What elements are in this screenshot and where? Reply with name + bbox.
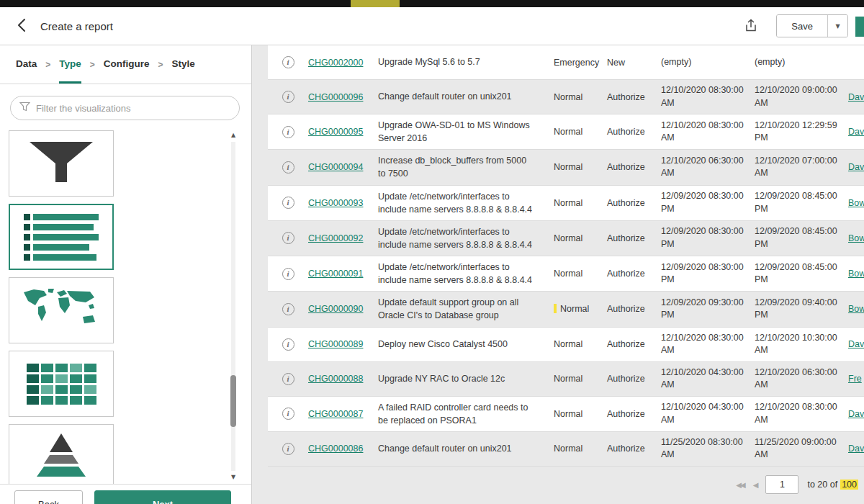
record-number-cell: CHG0000087	[308, 409, 369, 419]
header-actions: Save ▼	[744, 14, 848, 37]
viz-option-heatmap[interactable]	[9, 351, 114, 417]
assignee-link[interactable]: Fre	[848, 374, 862, 384]
scroll-down-icon[interactable]: ▼	[230, 474, 237, 481]
record-number-link[interactable]: CHG0000092	[308, 233, 363, 243]
record-number-link[interactable]: CHG0000086	[308, 444, 363, 454]
info-cell: i	[268, 443, 308, 455]
info-icon[interactable]: i	[282, 408, 294, 420]
record-number-link[interactable]: CHG0000089	[308, 339, 363, 349]
scroll-up-icon[interactable]: ▲	[230, 132, 237, 139]
step-style[interactable]: Style	[172, 45, 195, 84]
info-icon[interactable]: i	[282, 268, 294, 280]
wizard-footer: Back Next	[0, 484, 251, 504]
info-icon[interactable]: i	[282, 91, 294, 103]
record-number-link[interactable]: CHG0000087	[308, 409, 363, 419]
end-date-cell: 12/10/2020 06:30:00 AM	[755, 366, 848, 392]
assignee-link[interactable]: Dav	[848, 409, 864, 419]
info-cell: i	[268, 197, 308, 209]
visualization-scrollbar[interactable]: ▲ ▼	[230, 132, 237, 481]
filter-funnel-icon	[19, 102, 30, 114]
assignee-link[interactable]: Bow	[848, 304, 864, 314]
info-icon[interactable]: i	[282, 338, 294, 351]
record-number-link[interactable]: CHG0000095	[308, 127, 363, 137]
header-edge-button[interactable]	[855, 17, 864, 37]
priority-cell: Normal	[544, 233, 607, 243]
table-row: i CHG0002000 Upgrade MySql 5.6 to 5.7 Em…	[268, 45, 864, 80]
step-configure[interactable]: Configure	[104, 45, 150, 84]
save-button[interactable]: Save	[777, 15, 827, 37]
end-date-cell: 12/09/2020 08:45:00 PM	[755, 225, 848, 251]
info-cell: i	[268, 268, 308, 280]
assignee-cell: Bow	[848, 304, 864, 314]
records-table: i CHG0002000 Upgrade MySql 5.6 to 5.7 Em…	[268, 45, 864, 467]
viz-option-funnel[interactable]	[9, 130, 114, 197]
record-number-link[interactable]: CHG0000093	[308, 198, 363, 208]
record-number-link[interactable]: CHG0000090	[308, 304, 363, 314]
record-number-link[interactable]: CHG0000094	[308, 162, 363, 172]
info-icon[interactable]: i	[282, 443, 294, 455]
filter-input[interactable]	[36, 103, 230, 114]
step-separator-icon: >	[158, 45, 163, 84]
assignee-link[interactable]: Dav	[848, 127, 864, 137]
info-icon[interactable]: i	[282, 303, 294, 315]
info-icon[interactable]: i	[282, 126, 294, 138]
info-icon[interactable]: i	[282, 197, 294, 209]
short-description-cell: Upgrade OWA-SD-01 to MS Windows Server 2…	[369, 114, 544, 149]
assignee-link[interactable]: Dav	[848, 339, 864, 349]
table-row: i CHG0000087 A failed RAID controller ca…	[268, 397, 864, 432]
table-row: i CHG0000089 Deploy new Cisco Catalyst 4…	[268, 328, 864, 362]
record-number-link[interactable]: CHG0000088	[308, 374, 363, 384]
short-description-cell: Change default router on unix201	[369, 438, 544, 459]
wizard-next-button[interactable]: Next	[94, 490, 231, 504]
pyramid-chart-icon	[31, 431, 91, 484]
first-page-icon[interactable]: ◀◀	[736, 481, 744, 489]
share-button[interactable]	[744, 18, 757, 35]
info-icon[interactable]: i	[282, 373, 294, 385]
assignee-link[interactable]: Bow	[848, 269, 864, 279]
state-cell: Authorize	[607, 233, 661, 243]
record-number-cell: CHG0000088	[308, 374, 369, 384]
back-chevron-icon	[17, 18, 28, 35]
previous-page-icon[interactable]: ◀	[753, 481, 757, 489]
info-cell: i	[268, 126, 308, 138]
table-row: i CHG0000093 Update /etc/network/interfa…	[268, 186, 864, 221]
info-icon[interactable]: i	[282, 56, 294, 68]
record-number-cell: CHG0000086	[308, 444, 369, 454]
end-date-cell: 12/10/2020 07:00:00 AM	[755, 155, 848, 180]
record-number-link[interactable]: CHG0000096	[308, 92, 363, 102]
assignee-link[interactable]: Bow	[848, 233, 864, 243]
record-number-link[interactable]: CHG0002000	[308, 58, 363, 68]
end-date-cell: 12/10/2020 10:30:00 AM	[755, 332, 848, 357]
priority-cell: Emergency	[544, 58, 607, 68]
record-number-cell: CHG0000091	[308, 269, 369, 279]
table-row: i CHG0000094 Increase db_block_buffers f…	[268, 150, 864, 185]
back-button[interactable]	[12, 15, 33, 37]
assignee-link[interactable]: Dav	[848, 92, 864, 102]
step-type[interactable]: Type	[59, 45, 81, 84]
step-data[interactable]: Data	[16, 45, 37, 84]
wizard-sidebar: Data > Type > Configure > Style	[0, 45, 252, 504]
viz-option-pyramid[interactable]	[9, 424, 114, 484]
state-cell: Authorize	[607, 269, 661, 279]
record-number-link[interactable]: CHG0000091	[308, 269, 363, 279]
pagination-range: to 20 of 100	[807, 480, 858, 490]
assignee-link[interactable]: Dav	[848, 162, 864, 172]
save-dropdown-button[interactable]: ▼	[827, 15, 847, 37]
info-icon[interactable]: i	[282, 161, 294, 174]
info-icon[interactable]: i	[282, 232, 294, 244]
scrollbar-thumb[interactable]	[230, 375, 236, 427]
end-date-cell: 12/10/2020 08:30:00 AM	[755, 401, 848, 426]
start-date-cell: 12/10/2020 06:30:00 AM	[661, 155, 755, 180]
start-date-cell: 12/09/2020 09:30:00 PM	[661, 297, 755, 322]
chevron-down-icon: ▼	[835, 23, 840, 30]
viz-option-list[interactable]	[9, 204, 114, 270]
assignee-link[interactable]: Bow	[848, 198, 864, 208]
assignee-link[interactable]: Dav	[848, 444, 864, 454]
info-cell: i	[268, 408, 308, 420]
assignee-cell: Bow	[848, 269, 864, 279]
pagination-range-label: to 20 of	[807, 480, 837, 490]
viz-option-map[interactable]	[9, 277, 114, 343]
state-cell: New	[607, 58, 661, 68]
wizard-back-button[interactable]: Back	[14, 490, 83, 504]
page-number-input[interactable]	[765, 475, 798, 494]
